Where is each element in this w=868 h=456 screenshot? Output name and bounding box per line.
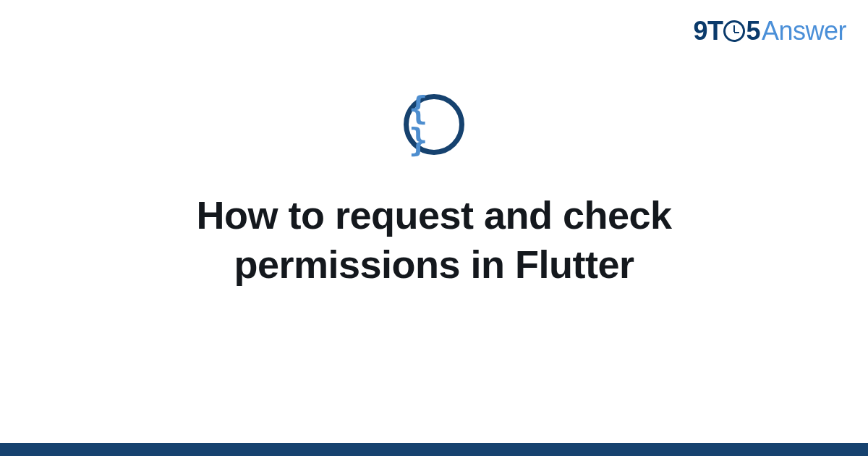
site-logo[interactable]: 9 T 5 Answer: [693, 16, 846, 46]
logo-text-5: 5: [746, 16, 760, 46]
page-root: 9 T 5 Answer { } How to request and chec…: [0, 0, 868, 456]
clock-icon: [723, 20, 745, 42]
logo-text-9: 9: [693, 16, 707, 46]
category-badge: { }: [404, 94, 464, 155]
logo-text-t: T: [707, 16, 723, 46]
main-content: { } How to request and check permissions…: [0, 94, 868, 289]
logo-text-answer: Answer: [762, 16, 846, 46]
footer-bar: [0, 443, 868, 456]
page-title: How to request and check permissions in …: [87, 191, 781, 289]
braces-icon: { }: [409, 93, 459, 156]
